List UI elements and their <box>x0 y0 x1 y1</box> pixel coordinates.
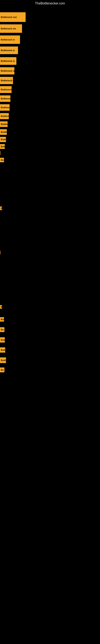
bar-item-1: Bottleneck res <box>0 24 22 33</box>
bar-item-25: Bo <box>0 368 4 372</box>
bar-item-21: Bo <box>0 327 4 332</box>
bar-item-7: Bottleneck re <box>0 86 12 93</box>
bar-item-24: Bottle <box>0 358 6 363</box>
bar-item-22: Bottl <box>0 337 5 342</box>
bar-line-18 <box>0 251 0 254</box>
bar-item-8: Bottleneck re <box>0 96 10 102</box>
bar-item-17: B <box>0 206 2 210</box>
bar-item-12: Bottleneck <box>0 129 7 135</box>
bar-item-5: Bottleneck re <box>0 67 14 74</box>
bar-line-15 <box>0 151 0 155</box>
bar-item-6: Bottleneck re <box>0 77 13 84</box>
bar-item-13: Bottleneck <box>0 137 6 142</box>
bar-item-23: Bottl <box>0 347 5 352</box>
bar-item-9: Bottleneck re <box>0 104 10 111</box>
bar-item-3: Bottleneck re <box>0 46 18 54</box>
bar-item-20: Bott <box>0 317 4 322</box>
bar-item-11: Bottleneck <box>0 121 8 127</box>
bar-item-16: Bott <box>0 158 4 162</box>
bar-item-4: Bottleneck re <box>0 57 16 65</box>
site-title: TheBottlenecker.com <box>0 0 100 7</box>
bar-item-10: Bottleneck r <box>0 113 9 119</box>
bar-item-19: B <box>0 305 2 309</box>
bar-item-2: Bottleneck re <box>0 36 20 44</box>
bar-item-0: Bottleneck rest <box>0 12 26 22</box>
bar-item-14: Bottle <box>0 144 5 149</box>
